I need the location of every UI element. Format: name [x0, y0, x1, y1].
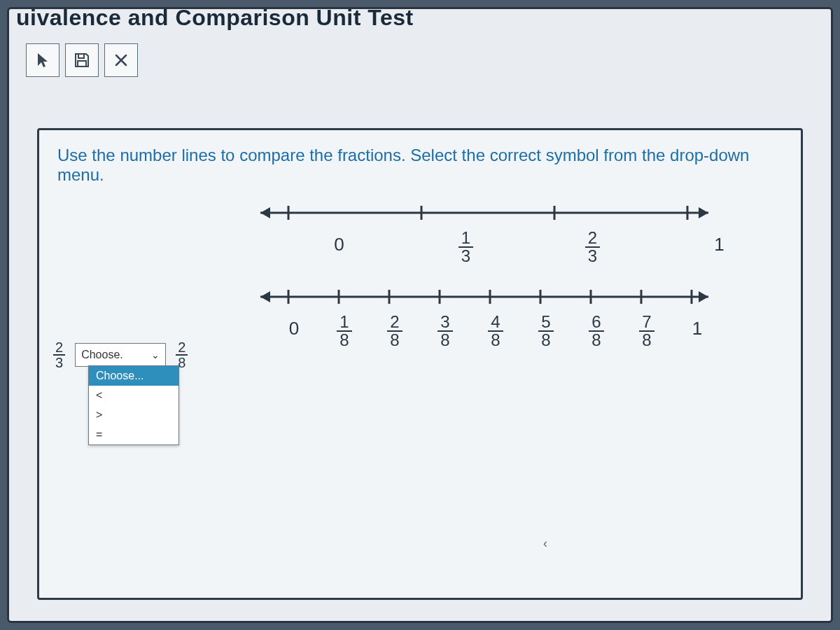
app-screen: uivalence and Comparison Unit Test Use t…: [7, 7, 833, 623]
left-fraction: 2 3: [53, 340, 65, 370]
nl2-label-1: 1: [692, 318, 702, 340]
comparison-select[interactable]: Choose. ⌄: [75, 343, 166, 367]
nl2-label-6-8: 68: [589, 314, 603, 349]
question-prompt: Use the number lines to compare the frac…: [57, 146, 783, 185]
nl2-label-4-8: 48: [488, 314, 503, 349]
question-panel: Use the number lines to compare the frac…: [37, 128, 803, 600]
chevron-down-icon: ⌄: [151, 349, 160, 360]
comparison-dropdown: Choose... < > =: [88, 365, 179, 445]
nl2-label-7-8: 78: [639, 314, 654, 349]
number-lines: 0 13 23 1: [253, 199, 783, 349]
number-line-thirds-labels: 0 13 23 1: [276, 227, 783, 265]
nl2-label-5-8: 58: [538, 314, 553, 349]
svg-marker-4: [699, 207, 708, 218]
nl1-label-0: 0: [334, 234, 344, 255]
svg-rect-1: [78, 61, 86, 66]
artifact-mark: ‹: [543, 536, 547, 551]
dropdown-option-equals[interactable]: =: [89, 425, 178, 444]
nl1-label-1: 1: [714, 234, 724, 255]
svg-marker-10: [260, 291, 270, 302]
page-title: uivalence and Comparison Unit Test: [9, 7, 831, 31]
nl1-label-2-3: 23: [585, 230, 600, 265]
save-icon: [74, 52, 90, 69]
nl2-label-2-8: 28: [387, 314, 402, 349]
dropdown-option-less-than[interactable]: <: [89, 386, 178, 405]
nl2-label-1-8: 18: [337, 314, 351, 349]
nl1-label-1-3: 13: [458, 230, 473, 265]
pointer-icon: [36, 52, 50, 69]
save-tool-button[interactable]: [65, 43, 99, 77]
number-line-thirds: [253, 199, 715, 227]
number-line-eighths: [253, 283, 715, 311]
nl2-label-3-8: 38: [438, 314, 452, 349]
svg-marker-3: [260, 207, 270, 218]
nl2-label-0: 0: [289, 318, 299, 340]
pointer-tool-button[interactable]: [26, 43, 59, 77]
dropdown-option-choose[interactable]: Choose...: [89, 366, 178, 386]
svg-marker-11: [699, 291, 708, 302]
toolbar: [9, 31, 831, 77]
close-icon: [114, 53, 128, 67]
comparison-select-value: Choose.: [81, 349, 123, 361]
dropdown-option-greater-than[interactable]: >: [89, 405, 178, 425]
number-line-eighths-labels: 0 18 28 38 48 58 68 78 1: [269, 311, 783, 349]
close-tool-button[interactable]: [104, 43, 138, 77]
svg-rect-0: [78, 54, 84, 58]
